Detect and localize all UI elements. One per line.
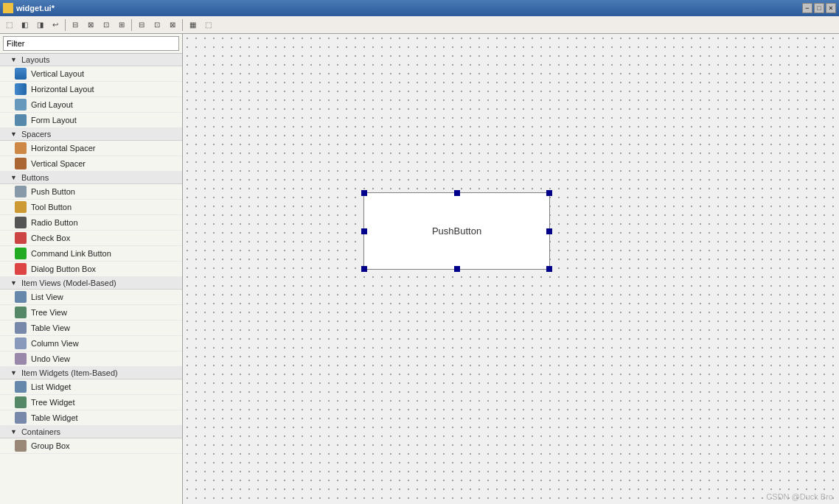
sidebar-item-label: Check Box xyxy=(31,234,70,242)
sidebar-content: ▼Layouts Vertical Layout Horizontal Layo… xyxy=(0,54,182,454)
toolbar-btn-7[interactable]: ⊡ xyxy=(99,18,114,32)
category-label: Containers xyxy=(21,427,60,436)
handle-bm[interactable] xyxy=(454,266,460,272)
icon-dialog-icon xyxy=(15,263,27,275)
category-arrow: ▼ xyxy=(10,279,17,287)
sidebar-item-verticalspacer[interactable]: Vertical Spacer xyxy=(0,156,182,172)
sidebar-item-label: Table Widget xyxy=(31,413,78,422)
sidebar-item-columnview[interactable]: Column View xyxy=(0,336,182,351)
title-text: widget.ui* xyxy=(16,4,799,13)
icon-tabwidget-icon xyxy=(15,412,27,424)
icon-lwidget-icon xyxy=(15,381,27,393)
handle-bl[interactable] xyxy=(361,266,367,272)
toolbar-btn-3[interactable]: ◨ xyxy=(32,18,47,32)
icon-tool-icon xyxy=(15,201,27,213)
sidebar-category-buttons[interactable]: ▼Buttons xyxy=(0,172,182,184)
sidebar-item-label: Table View xyxy=(31,323,70,332)
category-arrow: ▼ xyxy=(10,56,17,63)
sidebar-item-label: Horizontal Layout xyxy=(31,85,94,94)
maximize-button[interactable]: □ xyxy=(814,3,824,13)
toolbar-btn-11[interactable]: ⊠ xyxy=(165,18,180,32)
sidebar-item-treeview[interactable]: Tree View xyxy=(0,305,182,321)
filter-input[interactable] xyxy=(3,36,179,51)
sidebar-category-itemviews(model-based)[interactable]: ▼Item Views (Model-Based) xyxy=(0,277,182,290)
handle-ml[interactable] xyxy=(361,228,367,234)
sidebar-item-listview[interactable]: List View xyxy=(0,290,182,305)
sidebar-item-formlayout[interactable]: Form Layout xyxy=(0,113,182,128)
handle-tl[interactable] xyxy=(361,190,367,196)
toolbar-sep-3 xyxy=(182,19,183,31)
sidebar-category-itemwidgets(item-based)[interactable]: ▼Item Widgets (Item-Based) xyxy=(0,367,182,379)
toolbar-btn-12[interactable]: ▦ xyxy=(185,18,200,32)
toolbar-sep-2 xyxy=(131,19,132,31)
sidebar-item-undoview[interactable]: Undo View xyxy=(0,351,182,367)
sidebar-item-label: Tree Widget xyxy=(31,398,75,407)
title-bar-buttons: − □ × xyxy=(802,3,836,13)
toolbar-btn-10[interactable]: ⊡ xyxy=(150,18,164,32)
sidebar-item-label: Column View xyxy=(31,339,79,348)
icon-layout-v-icon xyxy=(15,68,27,80)
sidebar-item-label: Undo View xyxy=(31,354,70,363)
toolbar-btn-8[interactable]: ⊞ xyxy=(114,18,129,32)
sidebar-item-horizontalspacer[interactable]: Horizontal Spacer xyxy=(0,141,182,156)
sidebar-item-label: Horizontal Spacer xyxy=(31,144,95,153)
canvas-widget-label: PushButton xyxy=(432,225,481,237)
toolbar-btn-13[interactable]: ⬚ xyxy=(201,18,215,32)
sidebar-category-layouts[interactable]: ▼Layouts xyxy=(0,54,182,66)
sidebar-category-containers[interactable]: ▼Containers xyxy=(0,426,182,438)
category-arrow: ▼ xyxy=(10,369,17,377)
sidebar-item-commandlinkbutton[interactable]: Command Link Button xyxy=(0,246,182,262)
watermark: CSDN @Duck Bro xyxy=(766,492,833,501)
icon-layout-f-icon xyxy=(15,114,27,126)
canvas-pushbutton[interactable]: PushButton xyxy=(363,192,550,270)
sidebar-item-tableview[interactable]: Table View xyxy=(0,321,182,336)
toolbar-btn-1[interactable]: ⬚ xyxy=(1,18,16,32)
sidebar-item-label: Dialog Button Box xyxy=(31,265,96,273)
sidebar-category-spacers[interactable]: ▼Spacers xyxy=(0,128,182,141)
sidebar-item-label: Grid Layout xyxy=(31,100,73,109)
sidebar-item-pushbutton[interactable]: Push Button xyxy=(0,184,182,200)
app-icon xyxy=(3,3,13,13)
sidebar-item-label: Vertical Layout xyxy=(31,69,84,78)
sidebar-item-label: Group Box xyxy=(31,441,70,450)
sidebar-item-verticallayout[interactable]: Vertical Layout xyxy=(0,66,182,82)
icon-twidget-icon xyxy=(15,396,27,408)
toolbar-btn-5[interactable]: ⊟ xyxy=(68,18,83,32)
handle-mr[interactable] xyxy=(546,228,552,234)
sidebar-item-label: List Widget xyxy=(31,382,71,391)
icon-btn-icon xyxy=(15,186,27,197)
icon-check-icon xyxy=(15,232,27,244)
icon-undo-icon xyxy=(15,353,27,365)
sidebar-item-groupbox[interactable]: Group Box xyxy=(0,438,182,454)
close-button[interactable]: × xyxy=(826,3,836,13)
canvas-area[interactable]: PushButton CSDN @Duck Bro xyxy=(183,34,839,504)
toolbar-btn-4[interactable]: ↩ xyxy=(48,18,63,32)
sidebar-item-label: Radio Button xyxy=(31,218,78,227)
minimize-button[interactable]: − xyxy=(802,3,812,13)
category-arrow: ▼ xyxy=(10,130,17,138)
toolbar-btn-9[interactable]: ⊟ xyxy=(134,18,149,32)
category-label: Item Views (Model-Based) xyxy=(21,279,116,287)
sidebar-item-checkbox[interactable]: Check Box xyxy=(0,231,182,246)
handle-tr[interactable] xyxy=(546,190,552,196)
category-label: Item Widgets (Item-Based) xyxy=(21,368,118,377)
sidebar-item-listwidget[interactable]: List Widget xyxy=(0,379,182,395)
toolbar-btn-2[interactable]: ◧ xyxy=(17,18,32,32)
icon-table-icon xyxy=(15,322,27,334)
icon-layout-g-icon xyxy=(15,99,27,111)
handle-tm[interactable] xyxy=(454,190,460,196)
sidebar-item-label: Tool Button xyxy=(31,203,72,211)
sidebar-item-dialogbuttonbox[interactable]: Dialog Button Box xyxy=(0,262,182,277)
sidebar-item-horizontallayout[interactable]: Horizontal Layout xyxy=(0,82,182,97)
sidebar-item-tablewidget[interactable]: Table Widget xyxy=(0,410,182,426)
sidebar-item-gridlayout[interactable]: Grid Layout xyxy=(0,97,182,113)
sidebar-item-radiobutton[interactable]: Radio Button xyxy=(0,215,182,231)
toolbar-btn-6[interactable]: ⊠ xyxy=(83,18,98,32)
sidebar-item-label: Push Button xyxy=(31,187,75,196)
sidebar-item-treewidget[interactable]: Tree Widget xyxy=(0,395,182,410)
icon-spacer-h-icon xyxy=(15,142,27,154)
handle-br[interactable] xyxy=(546,266,552,272)
title-bar: widget.ui* − □ × xyxy=(0,0,839,16)
sidebar-item-toolbutton[interactable]: Tool Button xyxy=(0,200,182,215)
toolbar-sep-1 xyxy=(65,19,66,31)
